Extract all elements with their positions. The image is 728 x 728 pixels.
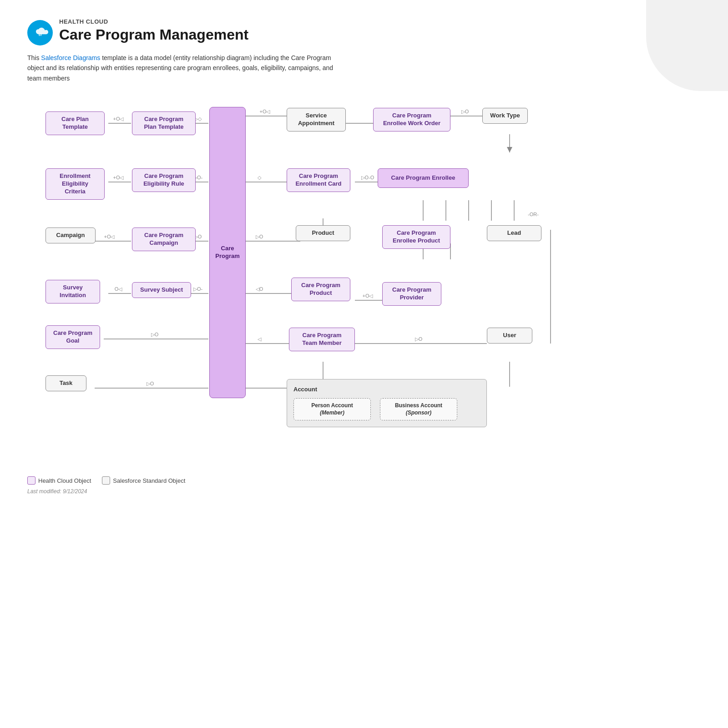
svg-text:O◁: O◁ (115, 286, 123, 292)
legend-standard-box (102, 476, 110, 485)
survey-subject-entity: Survey Subject (132, 282, 191, 298)
svg-text:◇: ◇ (258, 175, 262, 180)
care-program-team-member-entity: Care ProgramTeam Member (289, 328, 355, 351)
care-program-campaign-entity: Care ProgramCampaign (132, 228, 196, 251)
business-account-entity: Business Account(Sponsor) (380, 398, 457, 420)
person-account-entity: Person Account(Member) (293, 398, 371, 420)
campaign-entity: Campaign (46, 228, 96, 243)
work-type-entity: Work Type (482, 108, 528, 124)
legend-health-cloud: Health Cloud Object (27, 476, 91, 485)
care-program-enrollee-entity: Care Program Enrollee (378, 168, 469, 188)
care-program-enrollee-product-entity: Care ProgramEnrollee Product (382, 225, 450, 249)
svg-text:+O◁: +O◁ (104, 234, 115, 239)
care-program-plan-template-entity: Care ProgramPlan Template (132, 111, 196, 135)
svg-text:▷O: ▷O (151, 332, 159, 337)
diagram-area: +O◁ ▷◇ +O◁ ▷O- +O◁ ▷O O◁ ▷O- ▷O (27, 98, 701, 471)
header: sf HEALTH CLOUD Care Program Management (27, 18, 701, 46)
care-program-entity: CareProgram (209, 107, 246, 398)
care-program-product-entity: Care ProgramProduct (291, 278, 350, 301)
svg-text:▷O: ▷O (461, 109, 469, 114)
header-title: Care Program Management (59, 26, 248, 43)
svg-text:▷O-O: ▷O-O (361, 175, 374, 180)
svg-text:+O◁: +O◁ (113, 175, 124, 180)
svg-text:+O◁: +O◁ (260, 109, 271, 114)
care-program-enrollment-card-entity: Care ProgramEnrollment Card (287, 168, 350, 192)
svg-text:◁O: ◁O (256, 286, 263, 292)
user-entity: User (487, 328, 532, 344)
care-plan-template-entity: Care PlanTemplate (46, 111, 105, 135)
page-container: sf HEALTH CLOUD Care Program Management … (0, 0, 728, 728)
svg-text:▷O: ▷O (256, 234, 263, 239)
care-program-provider-entity: Care ProgramProvider (382, 282, 441, 306)
salesforce-diagrams-link[interactable]: Salesforce Diagrams (41, 54, 100, 61)
header-subtitle: HEALTH CLOUD (59, 18, 248, 26)
care-program-eligibility-rule-entity: Care ProgramEligibility Rule (132, 168, 196, 192)
svg-marker-27 (507, 147, 512, 152)
task-entity: Task (46, 375, 86, 391)
account-entity: Account Person Account(Member) Business … (287, 379, 487, 427)
svg-text:+O◁: +O◁ (113, 116, 124, 121)
service-appointment-entity: ServiceAppointment (287, 108, 346, 131)
care-program-enrollee-work-order-entity: Care ProgramEnrollee Work Order (373, 108, 450, 131)
svg-text:◁: ◁ (258, 336, 262, 342)
svg-text:+O◁: +O◁ (363, 293, 374, 298)
svg-text:▷O: ▷O (415, 336, 423, 342)
svg-text:-OR-: -OR- (528, 212, 539, 217)
salesforce-logo: sf (27, 20, 53, 46)
enrollment-eligibility-criteria-entity: EnrollmentEligibility Criteria (46, 168, 105, 200)
svg-text:sf: sf (38, 33, 41, 37)
legend-health-cloud-box (27, 476, 35, 485)
last-modified: Last modified: 9/12/2024 (27, 488, 701, 495)
header-text: HEALTH CLOUD Care Program Management (59, 18, 248, 43)
lead-entity: Lead (487, 225, 541, 241)
care-program-goal-entity: Care ProgramGoal (46, 325, 100, 349)
description: This Salesforce Diagrams template is a d… (27, 53, 337, 83)
svg-text:▷O-: ▷O- (193, 286, 203, 292)
corner-decoration (646, 0, 728, 91)
survey-invitation-entity: SurveyInvitation (46, 280, 100, 303)
product-entity: Product (296, 225, 350, 241)
legend-standard: Salesforce Standard Object (102, 476, 185, 485)
svg-text:▷O: ▷O (147, 381, 154, 386)
legend: Health Cloud Object Salesforce Standard … (27, 476, 701, 485)
